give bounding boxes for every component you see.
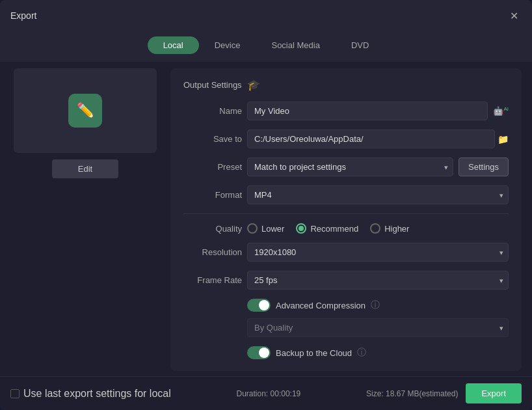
quality-higher-label: Higher <box>384 224 409 234</box>
format-select-wrapper: MP4 ▾ <box>247 185 509 204</box>
duration-label: Duration: 00:00:19 <box>237 389 301 398</box>
quality-recommend-radio[interactable] <box>296 223 306 234</box>
tab-dvd[interactable]: DVD <box>336 36 384 54</box>
preset-row: Preset Match to project settings ▾ Setti… <box>183 157 509 176</box>
close-button[interactable]: ✕ <box>506 8 522 23</box>
advanced-compression-row: Advanced Compression ⓘ <box>183 299 509 312</box>
advanced-compression-info-icon[interactable]: ⓘ <box>371 299 380 311</box>
output-settings-header: Output Settings 🎓 <box>183 79 509 91</box>
backup-cloud-knob <box>259 348 269 358</box>
frame-rate-row: Frame Rate 25 fps ▾ <box>183 271 509 290</box>
use-last-settings-wrapper[interactable]: Use last export settings for local <box>10 388 171 400</box>
toggle-knob <box>259 300 269 310</box>
frame-rate-label: Frame Rate <box>183 275 242 285</box>
by-quality-select[interactable]: By Quality <box>247 318 509 337</box>
quality-higher-radio[interactable] <box>370 223 380 234</box>
export-window: Export ✕ Local Device Social Media DVD ✏… <box>0 0 532 410</box>
tab-social-media[interactable]: Social Media <box>256 36 335 54</box>
preset-select-wrapper: Match to project settings ▾ <box>247 157 453 176</box>
footer-bar: Use last export settings for local Durat… <box>0 376 532 410</box>
quality-row: Quality Lower Recommend Higher <box>183 223 509 234</box>
window-title: Export <box>10 10 36 21</box>
tabs-bar: Local Device Social Media DVD <box>0 31 532 62</box>
resolution-row: Resolution 1920x1080 ▾ <box>183 243 509 262</box>
settings-hat-icon: 🎓 <box>247 79 260 91</box>
preview-panel: ✏️ Edit <box>10 68 160 376</box>
quality-lower-radio[interactable] <box>247 223 258 234</box>
format-select[interactable]: MP4 <box>247 185 509 204</box>
backup-cloud-info-icon[interactable]: ⓘ <box>357 347 366 359</box>
preview-box: ✏️ <box>14 68 157 153</box>
quality-radio-group: Lower Recommend Higher <box>247 223 509 234</box>
format-label: Format <box>183 190 242 200</box>
use-last-settings-checkbox[interactable] <box>10 389 20 398</box>
quality-lower-label: Lower <box>261 224 284 234</box>
frame-rate-select-wrapper: 25 fps ▾ <box>247 271 509 290</box>
advanced-compression-toggle[interactable] <box>247 299 271 312</box>
backup-cloud-row: Backup to the Cloud ⓘ <box>183 346 509 359</box>
name-row: Name 🤖AI <box>183 102 509 120</box>
export-button[interactable]: Export <box>466 383 522 403</box>
use-last-settings-label: Use last export settings for local <box>23 388 171 400</box>
preset-select[interactable]: Match to project settings <box>247 157 453 176</box>
main-content: ✏️ Edit Output Settings 🎓 Name 🤖AI Save <box>0 62 532 376</box>
settings-panel: Output Settings 🎓 Name 🤖AI Save to 📁 <box>170 68 522 371</box>
size-label: Size: 18.67 MB(estimated) <box>366 389 458 398</box>
output-settings-label: Output Settings <box>183 80 242 90</box>
resolution-select[interactable]: 1920x1080 <box>247 243 509 262</box>
save-to-label: Save to <box>183 134 242 144</box>
tab-local[interactable]: Local <box>148 36 199 54</box>
format-row: Format MP4 ▾ <box>183 185 509 204</box>
settings-button[interactable]: Settings <box>459 157 509 176</box>
save-to-input[interactable] <box>247 130 495 148</box>
title-bar: Export ✕ <box>0 0 532 31</box>
footer-left: Use last export settings for local <box>10 388 171 400</box>
quality-higher-option[interactable]: Higher <box>370 223 409 234</box>
quality-recommend-option[interactable]: Recommend <box>296 223 358 234</box>
advanced-compression-area: Advanced Compression ⓘ <box>183 299 509 312</box>
footer-right: Size: 18.67 MB(estimated) Export <box>366 383 522 403</box>
save-to-wrapper: 📁 <box>247 130 509 148</box>
tab-device[interactable]: Device <box>199 36 256 54</box>
preset-label: Preset <box>183 162 242 172</box>
edit-button[interactable]: Edit <box>52 159 118 178</box>
resolution-label: Resolution <box>183 247 242 257</box>
name-input-wrapper: 🤖AI <box>247 102 509 120</box>
by-quality-select-wrapper: By Quality ▾ <box>247 318 509 337</box>
name-input[interactable] <box>247 102 488 120</box>
quality-label: Quality <box>183 224 242 234</box>
backup-cloud-toggle[interactable] <box>247 346 271 359</box>
save-to-row: Save to 📁 <box>183 130 509 148</box>
divider <box>183 213 509 214</box>
footer-duration: Duration: 00:00:19 <box>237 389 301 398</box>
backup-cloud-area: Backup to the Cloud ⓘ <box>183 346 509 359</box>
advanced-compression-label: Advanced Compression <box>276 301 366 310</box>
backup-cloud-label: Backup to the Cloud <box>276 348 352 358</box>
name-label: Name <box>183 106 242 116</box>
frame-rate-select[interactable]: 25 fps <box>247 271 509 290</box>
quality-lower-option[interactable]: Lower <box>247 223 284 234</box>
preview-icon: ✏️ <box>68 94 102 128</box>
ai-icon: 🤖AI <box>493 106 509 116</box>
by-quality-row: By Quality ▾ <box>183 318 509 337</box>
folder-icon[interactable]: 📁 <box>498 134 509 144</box>
resolution-select-wrapper: 1920x1080 ▾ <box>247 243 509 262</box>
quality-recommend-label: Recommend <box>310 224 358 234</box>
